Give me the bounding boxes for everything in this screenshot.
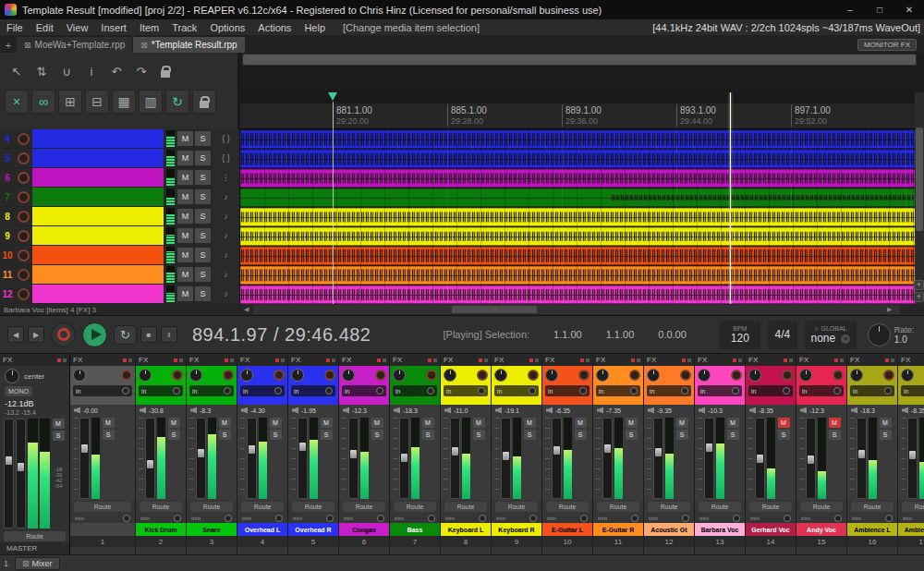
menu-item[interactable]: Insert [94,22,133,33]
channel-name[interactable]: Ambience L [847,523,897,536]
track-row[interactable]: 7 M S [0,188,213,206]
track-icon[interactable]: ♪ [213,207,239,225]
input-fx-knob[interactable] [173,387,180,395]
pan-knob[interactable] [444,369,456,382]
route-button[interactable]: Route [648,502,690,512]
horizontal-scrollbar[interactable]: ∷ [253,305,900,314]
mixer-channel-strip[interactable]: FX in [593,354,643,554]
timeline-ruler[interactable]: 881.1.00 29:20.00 885.1.00 29:28.00 889.… [240,92,915,129]
channel-name[interactable]: E-Guitar L [542,523,592,536]
pan-knob[interactable] [393,369,406,382]
selection-end[interactable]: 1.1.00 [606,329,635,340]
lock-toggle-icon[interactable] [192,90,216,114]
fx-label[interactable]: FX [901,356,910,364]
record-arm-button[interactable] [782,370,793,381]
scroll-thumb[interactable] [916,128,923,231]
record-arm-button[interactable] [18,269,30,281]
record-arm-button[interactable] [833,370,844,381]
record-arm-button[interactable] [18,152,30,164]
channel-name[interactable]: Keyboard R [492,523,541,536]
solo-button[interactable]: S [195,286,211,301]
mixer-channel-strip[interactable]: FX in [492,354,541,554]
input-fx-knob[interactable] [427,387,434,395]
master-label[interactable]: MASTER [0,542,69,554]
volume-fader[interactable] [145,418,155,499]
input-fx-knob[interactable] [529,387,536,395]
volume-fader[interactable] [196,418,206,499]
toolbar-icon[interactable]: ↷ [132,62,151,80]
solo-button[interactable]: S [195,228,211,243]
mute-button[interactable]: M [270,418,282,428]
mixer-docker-tab[interactable]: ⊠ Mixer [15,557,60,570]
fx-slot-row[interactable]: FX [339,354,389,366]
mute-button[interactable]: M [524,418,536,428]
track-row[interactable]: 8 M S [0,207,213,225]
toolbar-icon[interactable]: ↖ [7,62,26,80]
route-button[interactable]: Route [140,502,182,512]
scroll-thumb[interactable] [243,55,916,65]
menu-item[interactable]: Edit [30,22,60,33]
track-lane[interactable] [240,286,915,304]
fx-label[interactable]: FX [189,356,199,364]
record-arm-button[interactable] [731,370,742,381]
mute-button[interactable]: M [177,286,193,301]
solo-button[interactable]: S [321,430,333,440]
mute-button[interactable]: M [371,418,383,428]
fx-label[interactable]: FX [647,356,656,364]
automation-mode-value[interactable]: none [811,333,836,345]
solo-button[interactable]: S [676,430,688,440]
dropdown-icon[interactable]: ▾ [841,334,850,344]
fx-slot-row[interactable]: FX [796,354,846,366]
input-select-button[interactable]: in [494,385,539,396]
playback-position[interactable]: 894.1.97 / 29:46.482 [192,324,371,346]
width-knob[interactable] [377,515,384,522]
track-name-area[interactable] [32,188,164,206]
track-lane[interactable] [240,208,915,226]
record-arm-button[interactable] [172,370,183,381]
fx-label[interactable]: FX [444,356,453,364]
volume-fader[interactable] [247,418,257,499]
solo-button[interactable]: S [371,430,383,440]
input-fx-knob[interactable] [478,387,485,395]
tab-close-icon[interactable]: ⊠ [22,559,30,568]
solo-button[interactable]: S [53,431,65,441]
input-select-button[interactable]: in [342,385,386,396]
route-button[interactable]: Route [800,502,843,512]
record-arm-button[interactable] [18,211,30,223]
input-select-button[interactable]: in [73,385,132,396]
input-fx-knob[interactable] [732,387,739,395]
fx-label[interactable]: FX [291,356,300,364]
toolbar-toggle-icon[interactable]: ∞ [31,90,55,114]
mute-button[interactable]: M [829,418,841,428]
fx-slot-row[interactable]: FX [288,354,338,366]
width-knob[interactable] [275,515,283,522]
play-button[interactable] [82,322,107,347]
maximize-button[interactable]: □ [865,0,894,19]
input-select-button[interactable]: in [901,385,924,396]
solo-button[interactable]: S [195,131,211,146]
fx-slot-row[interactable]: FX [390,354,440,366]
input-select-button[interactable]: in [647,385,691,396]
track-name-area[interactable] [32,207,164,225]
route-button[interactable]: Route [546,502,589,512]
pan-knob[interactable] [596,369,609,382]
mixer-channel-strip[interactable]: FX in [644,354,694,554]
fx-label[interactable]: FX [494,356,504,364]
route-button[interactable]: Route [597,502,639,512]
solo-button[interactable]: S [422,430,434,440]
record-arm-button[interactable] [578,370,590,381]
volume-fader[interactable] [298,418,308,499]
route-button[interactable]: Route [851,502,894,512]
mute-button[interactable]: M [177,267,193,282]
input-select-button[interactable]: in [596,385,640,396]
record-arm-button[interactable] [680,370,691,381]
solo-button[interactable]: S [103,430,115,440]
solo-button[interactable]: S [219,430,231,440]
width-knob[interactable] [326,515,334,522]
width-knob[interactable] [225,515,232,522]
tab-moewa-template[interactable]: ⊠ MoeWa+Template.rpp [17,37,132,53]
record-arm-button[interactable] [629,370,640,381]
route-button[interactable]: Route [4,531,66,541]
vertical-scrollbar[interactable] [915,92,924,304]
pan-knob[interactable] [799,369,812,382]
